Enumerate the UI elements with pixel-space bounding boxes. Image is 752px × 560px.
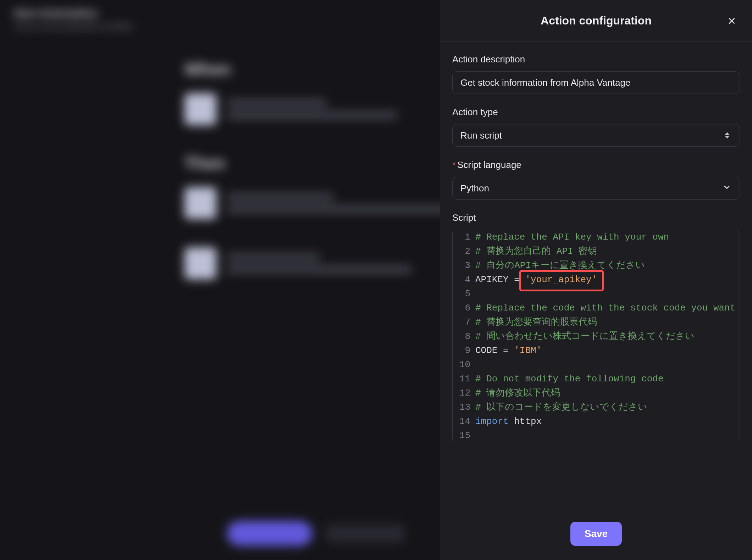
panel-footer: Save [440, 513, 752, 560]
gutter-line-number: 12 [453, 386, 475, 400]
code-line[interactable]: 2# 替换为您自己的 API 密钥 [453, 244, 740, 258]
gutter-line-number: 8 [453, 329, 475, 343]
gutter-line-number: 10 [453, 358, 475, 372]
chevron-down-icon [722, 182, 732, 195]
code-line-content[interactable]: # 自分のAPIキーに置き換えてください [475, 258, 740, 273]
code-line-content[interactable]: # 問い合わせたい株式コードに置き換えてください [475, 329, 740, 343]
script-language-value: Python [460, 183, 489, 194]
gutter-line-number: 11 [453, 372, 475, 386]
action-type-value: Run script [460, 130, 502, 141]
code-line-content[interactable]: # 替换为您要查询的股票代码 [475, 315, 740, 329]
code-line-content[interactable]: # Do not modify the following code [475, 372, 740, 386]
label-action-type: Action type [452, 107, 740, 118]
script-language-select[interactable]: Python [452, 177, 740, 200]
gutter-line-number: 14 [453, 414, 475, 429]
label-script-language: * Script language [452, 159, 740, 170]
code-line-content[interactable] [475, 429, 740, 443]
code-line[interactable]: 1# Replace the API key with your own [453, 230, 740, 244]
code-block[interactable]: 1# Replace the API key with your own2# 替… [453, 230, 740, 443]
label-script: Script [452, 212, 740, 223]
bg-thumb [184, 187, 216, 219]
gutter-line-number: 5 [453, 287, 475, 301]
gutter-line-number: 4 [453, 273, 475, 287]
action-type-select[interactable]: Run script [452, 124, 740, 147]
code-line[interactable]: 6# Replace the code with the stock code … [453, 301, 740, 315]
gutter-line-number: 6 [453, 301, 475, 315]
code-line-content[interactable] [475, 358, 740, 372]
gutter-line-number: 9 [453, 343, 475, 358]
code-line-content[interactable] [475, 287, 740, 301]
script-editor[interactable]: 1# Replace the API key with your own2# 替… [452, 230, 740, 443]
field-action-description: Action description [452, 54, 740, 94]
bg-thumb [184, 247, 216, 279]
code-line-content[interactable]: APIKEY = 'your_apikey' [475, 273, 740, 287]
bg-lines [227, 254, 411, 273]
page-root: New Automation Set up a new automation w… [0, 0, 752, 560]
save-button[interactable]: Save [570, 522, 622, 546]
code-line[interactable]: 14import httpx [453, 414, 740, 429]
required-star-icon: * [452, 159, 456, 170]
bg-thumb [184, 93, 216, 125]
gutter-line-number: 7 [453, 315, 475, 329]
code-line[interactable]: 9CODE = 'IBM' [453, 343, 740, 358]
code-line[interactable]: 4APIKEY = 'your_apikey' [453, 273, 740, 287]
panel-title: Action configuration [541, 14, 652, 27]
action-config-panel: Action configuration Action description … [440, 0, 752, 560]
code-line[interactable]: 13# 以下のコードを変更しないでください [453, 400, 740, 414]
code-line[interactable]: 7# 替换为您要查询的股票代码 [453, 315, 740, 329]
label-script-language-text: Script language [457, 159, 521, 170]
code-line[interactable]: 8# 問い合わせたい株式コードに置き換えてください [453, 329, 740, 343]
gutter-line-number: 1 [453, 230, 475, 244]
code-line[interactable]: 15 [453, 429, 740, 443]
bg-footer-buttons [227, 521, 404, 546]
code-line-content[interactable]: # 以下のコードを変更しないでください [475, 400, 740, 414]
code-line-content[interactable]: CODE = 'IBM' [475, 343, 740, 358]
code-line-content[interactable]: # Replace the API key with your own [475, 230, 740, 244]
code-line-content[interactable]: import httpx [475, 414, 740, 429]
label-action-description: Action description [452, 54, 740, 65]
code-line[interactable]: 10 [453, 358, 740, 372]
field-action-type: Action type Run script [452, 107, 740, 147]
action-description-input[interactable] [452, 71, 740, 94]
code-line-content[interactable]: # Replace the code with the stock code y… [475, 301, 740, 315]
code-line[interactable]: 11# Do not modify the following code [453, 372, 740, 386]
code-line[interactable]: 3# 自分のAPIキーに置き換えてください [453, 258, 740, 273]
close-icon [726, 16, 737, 26]
code-line[interactable]: 5 [453, 287, 740, 301]
gutter-line-number: 2 [453, 244, 475, 258]
field-script: Script 1# Replace the API key with your … [452, 212, 740, 443]
code-line-content[interactable]: # 替换为您自己的 API 密钥 [475, 244, 740, 258]
gutter-line-number: 13 [453, 400, 475, 414]
updown-icon [723, 131, 732, 140]
code-line-content[interactable]: # 请勿修改以下代码 [475, 386, 740, 400]
bg-lines [227, 100, 397, 119]
gutter-line-number: 15 [453, 429, 475, 443]
code-line[interactable]: 12# 请勿修改以下代码 [453, 386, 740, 400]
gutter-line-number: 3 [453, 258, 475, 273]
panel-header: Action configuration [440, 0, 752, 42]
field-script-language: * Script language Python [452, 159, 740, 200]
bg-lines [227, 194, 454, 213]
close-button[interactable] [724, 13, 740, 29]
panel-body: Action description Action type Run scrip… [440, 42, 752, 513]
